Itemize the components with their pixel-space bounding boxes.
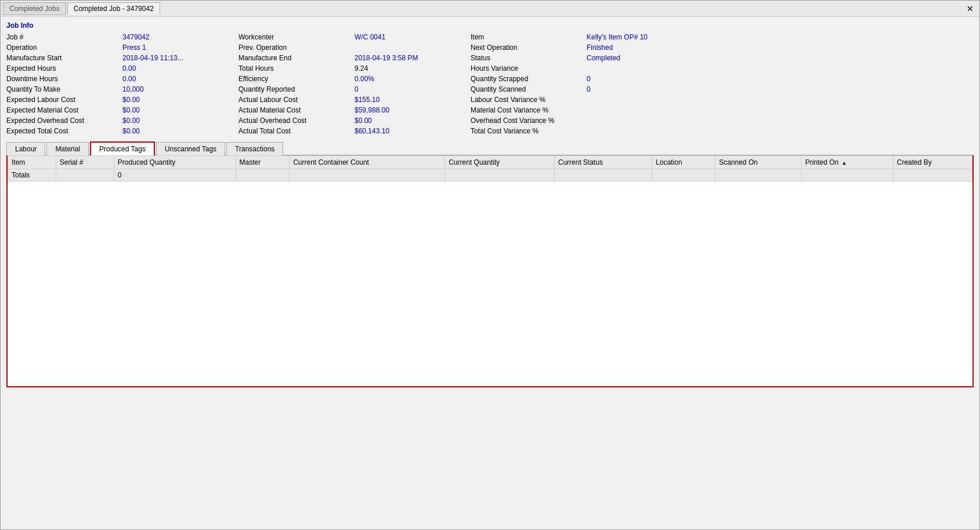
- act-labour-label: Actual Labour Cost: [238, 96, 355, 104]
- totals-current-qty-cell: [445, 169, 554, 181]
- prev-op-value: [355, 43, 471, 52]
- exp-labour-value: $0.00: [122, 96, 238, 104]
- job-num-value: 3479042: [122, 33, 238, 41]
- produced-tags-table: Item Serial # Produced Quantity Master C…: [8, 155, 972, 181]
- downtime-value: 0.00: [122, 75, 238, 83]
- mfg-end-value: 2018-04-19 3:58 PM: [355, 54, 471, 62]
- totals-serial-cell: [56, 169, 114, 181]
- labour-var-value: [587, 96, 703, 104]
- efficiency-label: Efficiency: [238, 75, 355, 83]
- qty-reported-label: Quantity Reported: [238, 85, 355, 93]
- workcenter-value: W/C 0041: [355, 33, 471, 41]
- table-header-row: Item Serial # Produced Quantity Master C…: [8, 156, 972, 169]
- exp-labour-label: Expected Labour Cost: [6, 96, 122, 104]
- exp-material-label: Expected Material Cost: [6, 106, 122, 114]
- material-var-label: Material Cost Variance %: [471, 106, 587, 114]
- mfg-start-value: 2018-04-19 11:13...: [122, 54, 238, 62]
- tabs-row: Labour Material Produced Tags Unscanned …: [6, 141, 974, 155]
- job-info-grid: Job # 3479042 Workcenter W/C 0041 Item K…: [6, 33, 974, 135]
- next-op-label: Next Operation: [471, 43, 587, 52]
- exp-total-label: Expected Total Cost: [6, 127, 122, 135]
- exp-overhead-value: $0.00: [122, 117, 238, 125]
- overhead-var-value: [587, 117, 703, 125]
- col-container-count[interactable]: Current Container Count: [290, 156, 445, 169]
- totals-created-cell: [893, 169, 972, 181]
- col-current-qty[interactable]: Current Quantity: [445, 156, 554, 169]
- workcenter-label: Workcenter: [238, 33, 355, 41]
- col-serial[interactable]: Serial #: [56, 156, 114, 169]
- totals-master-cell: [236, 169, 290, 181]
- act-overhead-value: $0.00: [355, 117, 471, 125]
- total-hours-label: Total Hours: [238, 64, 355, 72]
- operation-value: Press 1: [122, 43, 238, 52]
- col-item[interactable]: Item: [8, 156, 56, 169]
- exp-hours-value: 0.00: [122, 64, 238, 72]
- col-printed-on[interactable]: Printed On ▲: [801, 156, 893, 169]
- totals-printed-cell: [801, 169, 893, 181]
- efficiency-value: 0.00%: [355, 75, 471, 83]
- job-num-label: Job #: [6, 33, 122, 41]
- tab-material[interactable]: Material: [46, 142, 89, 155]
- col-scanned-on[interactable]: Scanned On: [715, 156, 802, 169]
- tab-transactions[interactable]: Transactions: [226, 142, 283, 155]
- mfg-end-label: Manufacture End: [238, 54, 355, 62]
- act-material-value: $59,988.00: [355, 106, 471, 114]
- close-button[interactable]: ✕: [963, 4, 977, 13]
- mfg-start-label: Manufacture Start: [6, 54, 122, 62]
- item-value: Kelly's Item OP# 10: [587, 33, 703, 41]
- act-labour-value: $155.10: [355, 96, 471, 104]
- col-current-status[interactable]: Current Status: [554, 156, 652, 169]
- exp-hours-label: Expected Hours: [6, 64, 122, 72]
- status-label: Status: [471, 54, 587, 62]
- status-value: Completed: [587, 54, 703, 62]
- item-label: Item: [471, 33, 587, 41]
- col-produced-qty[interactable]: Produced Quantity: [114, 156, 236, 169]
- hours-var-label: Hours Variance: [471, 64, 587, 72]
- table-row: Totals 0: [8, 169, 972, 181]
- qty-to-make-value: 10,000: [122, 85, 238, 93]
- col-master[interactable]: Master: [236, 156, 290, 169]
- job-info-label: Job Info: [6, 21, 974, 30]
- qty-scrapped-label: Quantity Scrapped: [471, 75, 587, 83]
- totals-container-cell: [290, 169, 445, 181]
- act-overhead-label: Actual Overhead Cost: [238, 117, 355, 125]
- qty-scanned-value: 0: [587, 85, 703, 93]
- prev-op-label: Prev. Operation: [238, 43, 355, 52]
- total-hours-value: 9.24: [355, 64, 471, 72]
- total-var-value: [587, 127, 703, 135]
- tab-produced-tags[interactable]: Produced Tags: [90, 141, 155, 155]
- downtime-label: Downtime Hours: [6, 75, 122, 83]
- main-window: Completed Jobs Completed Job - 3479042 ✕…: [0, 0, 980, 530]
- col-location[interactable]: Location: [652, 156, 715, 169]
- qty-scanned-label: Quantity Scanned: [471, 85, 587, 93]
- qty-to-make-label: Quantity To Make: [6, 85, 122, 93]
- overhead-var-label: Overhead Cost Variance %: [471, 117, 587, 125]
- operation-label: Operation: [6, 43, 122, 52]
- col-created-by[interactable]: Created By: [893, 156, 972, 169]
- tab-completed-jobs[interactable]: Completed Jobs: [3, 2, 66, 15]
- totals-qty-cell: 0: [114, 169, 236, 181]
- tab-labour[interactable]: Labour: [6, 142, 45, 155]
- act-total-label: Actual Total Cost: [238, 127, 355, 135]
- next-op-value: Finished: [587, 43, 703, 52]
- tab-completed-job[interactable]: Completed Job - 3479042: [67, 2, 160, 14]
- act-material-label: Actual Material Cost: [238, 106, 355, 114]
- content-area: Job Info Job # 3479042 Workcenter W/C 00…: [1, 17, 979, 529]
- title-bar: Completed Jobs Completed Job - 3479042 ✕: [1, 1, 979, 17]
- sort-icon: ▲: [842, 160, 847, 166]
- qty-reported-value: 0: [355, 85, 471, 93]
- labour-var-label: Labour Cost Variance %: [471, 96, 587, 104]
- material-var-value: [587, 106, 703, 114]
- exp-overhead-label: Expected Overhead Cost: [6, 117, 122, 125]
- totals-label-cell: Totals: [8, 169, 56, 181]
- exp-material-value: $0.00: [122, 106, 238, 114]
- exp-total-value: $0.00: [122, 127, 238, 135]
- total-var-label: Total Cost Variance %: [471, 127, 587, 135]
- act-total-value: $60,143.10: [355, 127, 471, 135]
- totals-status-cell: [554, 169, 652, 181]
- tab-unscanned-tags[interactable]: Unscanned Tags: [156, 142, 225, 155]
- qty-scrapped-value: 0: [587, 75, 703, 83]
- totals-location-cell: [652, 169, 715, 181]
- produced-tags-table-container: Item Serial # Produced Quantity Master C…: [6, 155, 974, 387]
- hours-var-value: [587, 64, 703, 72]
